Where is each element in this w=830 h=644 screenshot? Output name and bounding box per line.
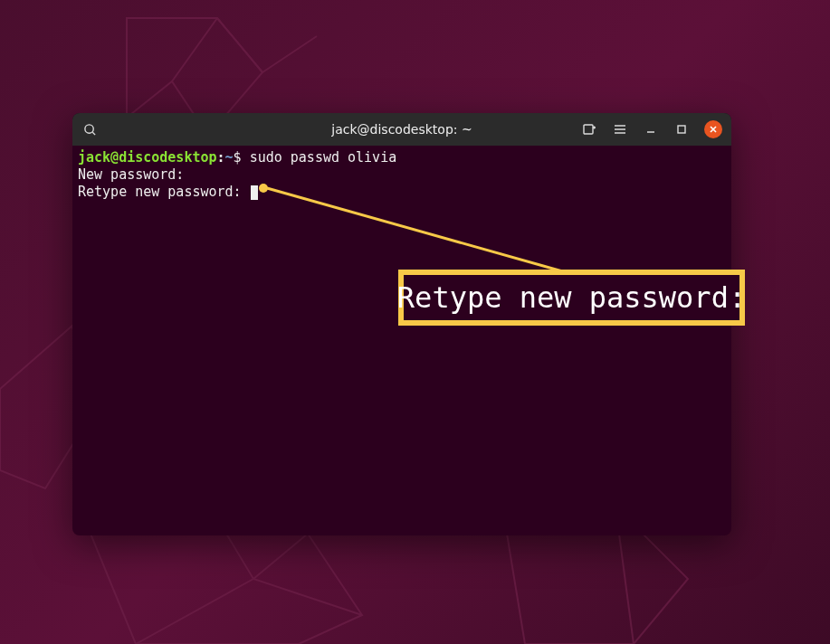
window-titlebar: jack@discodesktop: ~ xyxy=(72,113,731,146)
prompt-colon: : xyxy=(217,149,225,166)
callout-text: Retype new password: xyxy=(397,280,746,315)
svg-line-1 xyxy=(92,132,95,135)
terminal-line-2: New password: xyxy=(78,166,726,184)
terminal-line-3: Retype new password: xyxy=(78,184,726,201)
terminal-line-1: jack@discodesktop:~$ sudo passwd olivia xyxy=(78,149,726,166)
terminal-cursor xyxy=(251,185,258,200)
maximize-button[interactable] xyxy=(673,121,690,137)
svg-rect-2 xyxy=(584,125,593,134)
command-text: sudo passwd olivia xyxy=(250,149,397,166)
close-button[interactable] xyxy=(704,120,722,138)
retype-prompt-text: Retype new password: xyxy=(78,184,242,200)
annotation-anchor-dot xyxy=(259,184,268,193)
svg-rect-9 xyxy=(678,126,685,133)
search-icon[interactable] xyxy=(81,121,98,137)
terminal-body[interactable]: jack@discodesktop:~$ sudo passwd olivia … xyxy=(72,146,731,535)
hamburger-menu-icon[interactable] xyxy=(612,121,628,137)
new-tab-icon[interactable] xyxy=(581,121,597,137)
prompt-user-host: jack@discodesktop xyxy=(78,149,217,166)
callout-box: Retype new password: xyxy=(398,270,745,326)
svg-point-0 xyxy=(84,124,92,132)
prompt-path: ~ xyxy=(225,149,234,166)
prompt-symbol: $ xyxy=(234,149,242,166)
minimize-button[interactable] xyxy=(643,121,659,137)
